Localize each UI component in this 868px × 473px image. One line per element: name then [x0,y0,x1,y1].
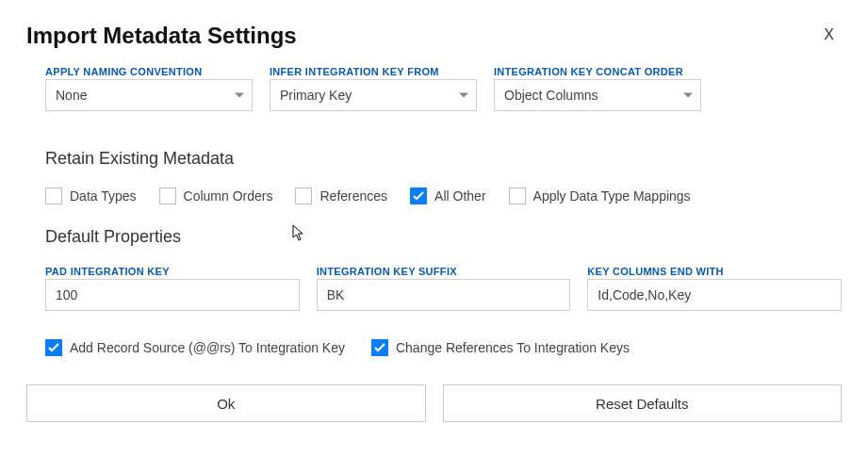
naming-convention-value: None [56,88,87,103]
pad-key-input[interactable] [45,279,300,311]
pad-key-label: PAD INTEGRATION KEY [45,266,300,277]
naming-convention-select[interactable]: None [45,79,253,111]
suffix-label: INTEGRATION KEY SUFFIX [317,266,571,277]
defaults-heading: Default Properties [45,227,842,247]
checkbox-add-record-source[interactable] [45,339,62,356]
naming-convention-label: APPLY NAMING CONVENTION [45,66,253,77]
concat-order-value: Object Columns [504,88,598,103]
reset-defaults-button[interactable]: Reset Defaults [443,384,843,422]
infer-key-select[interactable]: Primary Key [270,79,477,111]
checkbox-column-orders[interactable] [159,188,176,204]
infer-key-value: Primary Key [280,88,352,103]
keyend-label: KEY COLUMNS END WITH [587,266,842,277]
chevron-down-icon [235,93,244,98]
suffix-input[interactable] [317,279,571,311]
checkbox-change-refs-label[interactable]: Change References To Integration Keys [396,340,630,355]
chevron-down-icon [683,93,693,98]
keyend-input[interactable] [587,279,842,311]
close-icon[interactable]: X [816,23,842,47]
checkbox-all-other[interactable] [410,188,427,204]
infer-key-label: INFER INTEGRATION KEY FROM [270,66,477,77]
checkbox-references-label[interactable]: References [319,188,387,204]
checkbox-data-types[interactable] [45,188,62,204]
checkbox-column-orders-label[interactable]: Column Orders [184,188,273,204]
chevron-down-icon [459,93,468,98]
checkbox-all-other-label[interactable]: All Other [434,188,485,204]
checkbox-add-record-source-label[interactable]: Add Record Source (@@rs) To Integration … [70,340,345,355]
dialog-title: Import Metadata Settings [26,23,297,49]
checkbox-references[interactable] [295,188,312,204]
ok-button[interactable]: Ok [26,384,426,422]
retain-heading: Retain Existing Metadata [45,149,842,169]
checkbox-change-refs[interactable] [371,339,388,356]
checkbox-apply-mappings-label[interactable]: Apply Data Type Mappings [533,188,691,204]
concat-order-select[interactable]: Object Columns [494,79,701,111]
checkbox-data-types-label[interactable]: Data Types [70,188,137,204]
concat-order-label: INTEGRATION KEY CONCAT ORDER [494,66,701,77]
checkbox-apply-mappings[interactable] [509,188,526,204]
retain-checkbox-row: Data Types Column Orders References All … [45,188,842,204]
